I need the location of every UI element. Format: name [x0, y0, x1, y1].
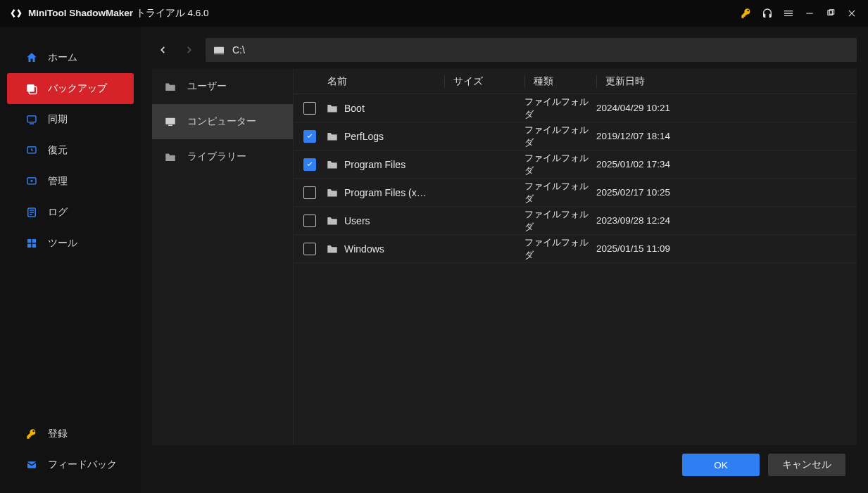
folder-icon: [326, 187, 339, 198]
location-user[interactable]: ユーザー: [152, 69, 293, 104]
sidebar-item-manage[interactable]: 管理: [0, 166, 141, 197]
sidebar-item-sync[interactable]: 同期: [0, 104, 141, 135]
backup-icon: [25, 82, 38, 95]
sidebar-item-backup[interactable]: バックアップ: [7, 73, 134, 104]
folder-icon: [326, 103, 339, 113]
close-icon[interactable]: [841, 3, 862, 24]
menu-icon[interactable]: [778, 3, 799, 24]
sidebar-item-label: ホーム: [48, 51, 77, 64]
file-name: PerfLogs: [344, 131, 384, 142]
file-kind: ファイルフォルダ: [524, 96, 596, 121]
home-icon: [25, 51, 38, 64]
svg-rect-18: [165, 118, 175, 124]
row-checkbox[interactable]: [303, 130, 316, 143]
folder-icon: [326, 131, 339, 141]
svg-rect-13: [27, 244, 31, 248]
log-icon: [25, 206, 38, 219]
path-input[interactable]: C:\: [206, 38, 857, 62]
headset-icon[interactable]: [757, 3, 778, 24]
svg-rect-19: [168, 125, 172, 127]
svg-rect-16: [214, 47, 224, 53]
sidebar-item-home[interactable]: ホーム: [0, 42, 141, 73]
sidebar-item-log[interactable]: ログ: [0, 197, 141, 228]
location-library[interactable]: ライブラリー: [152, 139, 293, 174]
column-headers: 名前 サイズ 種類 更新日時: [294, 69, 857, 94]
svg-rect-11: [27, 239, 31, 243]
main-panel: C:\ ユーザー コンピューター: [141, 27, 868, 493]
dialog-footer: OK キャンセル: [141, 445, 857, 485]
sidebar-item-label: フィードバック: [48, 459, 117, 471]
computer-icon: [163, 116, 177, 127]
file-list-pane: 名前 サイズ 種類 更新日時 Bootファイルフォルダ2024/04/29 10…: [293, 69, 857, 445]
file-name: Boot: [344, 103, 365, 114]
file-name: Windows: [344, 243, 384, 255]
key-icon[interactable]: [736, 3, 757, 24]
column-name[interactable]: 名前: [326, 75, 444, 88]
sidebar-item-label: 管理: [48, 175, 68, 188]
maximize-icon[interactable]: [820, 3, 841, 24]
row-checkbox[interactable]: [303, 158, 316, 171]
row-checkbox[interactable]: [303, 243, 316, 255]
file-row[interactable]: Program Files (x…ファイルフォルダ2025/02/17 10:2…: [294, 179, 857, 207]
ok-button[interactable]: OK: [682, 454, 760, 476]
cancel-button[interactable]: キャンセル: [768, 454, 845, 476]
column-kind[interactable]: 種類: [524, 75, 596, 88]
row-checkbox[interactable]: [303, 186, 316, 199]
svg-rect-6: [30, 123, 34, 124]
sidebar-item-label: 復元: [48, 144, 68, 157]
sidebar: ホーム バックアップ 同期 復元 管理: [0, 27, 141, 493]
location-pane: ユーザー コンピューター ライブラリー: [152, 69, 293, 445]
file-name: Users: [344, 215, 370, 226]
location-label: コンピューター: [187, 115, 256, 128]
app-logo-icon: [10, 7, 23, 20]
tools-icon: [25, 237, 38, 250]
row-checkbox[interactable]: [303, 102, 316, 115]
column-size[interactable]: サイズ: [444, 75, 524, 88]
folder-icon: [326, 215, 339, 226]
row-checkbox[interactable]: [303, 215, 316, 227]
file-date: 2025/02/17 10:25: [596, 187, 706, 198]
file-row[interactable]: Bootファイルフォルダ2024/04/29 10:21: [294, 94, 857, 122]
restore-icon: [25, 144, 38, 157]
sidebar-item-label: 同期: [48, 113, 68, 126]
sidebar-item-tools[interactable]: ツール: [0, 228, 141, 259]
file-row[interactable]: PerfLogsファイルフォルダ2019/12/07 18:14: [294, 122, 857, 151]
sidebar-item-label: バックアップ: [48, 82, 107, 95]
svg-rect-14: [32, 244, 36, 248]
location-label: ユーザー: [187, 80, 227, 93]
file-kind: ファイルフォルダ: [524, 236, 596, 262]
file-date: 2024/04/29 10:21: [596, 103, 706, 113]
column-date[interactable]: 更新日時: [596, 75, 706, 88]
folder-icon: [163, 81, 177, 92]
file-kind: ファイルフォルダ: [524, 208, 596, 233]
drive-icon: [213, 45, 225, 55]
folder-icon: [326, 159, 339, 169]
folder-icon: [326, 243, 339, 254]
file-date: 2019/12/07 18:14: [596, 131, 706, 141]
file-date: 2025/01/02 17:34: [596, 159, 706, 169]
file-kind: ファイルフォルダ: [524, 152, 596, 177]
file-rows: Bootファイルフォルダ2024/04/29 10:21PerfLogsファイル…: [294, 94, 857, 445]
file-row[interactable]: Windowsファイルフォルダ2025/01/15 11:09: [294, 235, 857, 263]
svg-rect-3: [27, 84, 34, 92]
location-computer[interactable]: コンピューター: [152, 104, 293, 139]
sidebar-item-register[interactable]: 登録: [0, 418, 141, 449]
path-text: C:\: [232, 44, 245, 56]
file-row[interactable]: Usersファイルフォルダ2023/09/28 12:24: [294, 207, 857, 235]
titlebar: MiniTool ShadowMaker トライアル 4.6.0: [0, 0, 868, 27]
sidebar-item-label: 登録: [48, 428, 68, 440]
manage-icon: [25, 175, 38, 188]
sidebar-item-label: ログ: [48, 206, 68, 219]
svg-rect-17: [214, 53, 224, 54]
nav-forward-button[interactable]: [179, 39, 200, 60]
app-window: MiniTool ShadowMaker トライアル 4.6.0 ホ: [0, 0, 868, 493]
sidebar-item-feedback[interactable]: フィードバック: [0, 449, 141, 480]
location-label: ライブラリー: [187, 151, 246, 163]
file-date: 2023/09/28 12:24: [596, 215, 706, 226]
minimize-icon[interactable]: [799, 3, 820, 24]
file-row[interactable]: Program Filesファイルフォルダ2025/01/02 17:34: [294, 151, 857, 179]
sidebar-item-restore[interactable]: 復元: [0, 135, 141, 166]
file-name: Program Files (x…: [344, 187, 427, 198]
nav-back-button[interactable]: [152, 39, 173, 60]
file-name: Program Files: [344, 159, 405, 170]
